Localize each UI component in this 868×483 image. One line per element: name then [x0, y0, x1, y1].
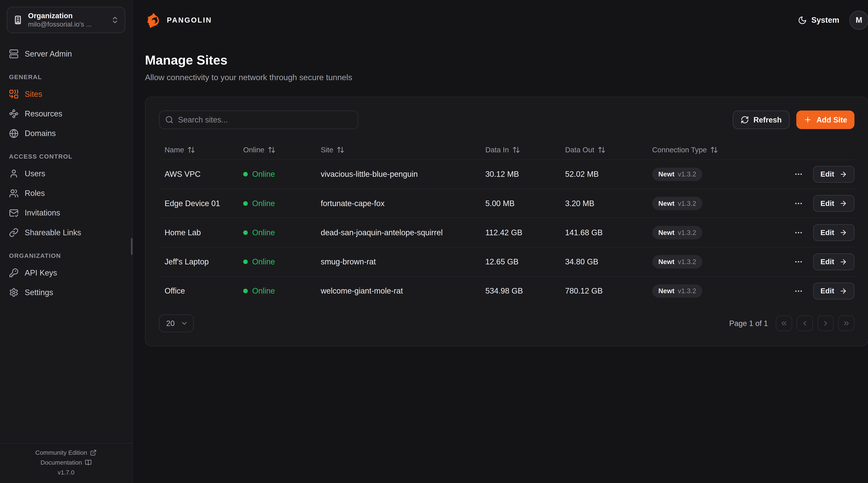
online-status-cell: Online [238, 228, 315, 237]
next-page-button[interactable] [817, 315, 834, 331]
sites-icon [9, 89, 19, 99]
connection-type-cell: Newt v1.3.2 [647, 197, 782, 210]
row-actions-menu-button[interactable] [792, 256, 805, 268]
edit-button[interactable]: Edit [813, 224, 854, 241]
gear-icon [9, 288, 19, 297]
org-switcher[interactable]: Organization milo@fossorial.io's ... [7, 7, 125, 33]
column-header-site[interactable]: Site [315, 146, 479, 154]
moon-icon [798, 16, 807, 25]
site-slug-cell: vivacious-little-blue-penguin [315, 170, 479, 179]
connection-type-badge: Newt v1.3.2 [652, 284, 702, 298]
status-dot-icon [243, 230, 248, 235]
sidebar-section-access-control: ACCESS CONTROL [9, 153, 123, 160]
sidebar-item-shareable-links[interactable]: Shareable Links [9, 226, 123, 239]
table-row: AWS VPC Online vivacious-little-blue-pen… [159, 159, 855, 189]
actions-cell: Edit [782, 254, 856, 270]
column-header-connection-type[interactable]: Connection Type [647, 146, 782, 154]
search-icon [165, 116, 174, 124]
page-content: Manage Sites Allow connectivity to your … [133, 40, 868, 346]
site-slug-cell: dead-san-joaquin-antelope-squirrel [315, 228, 479, 237]
chevrons-right-icon [842, 319, 850, 327]
sidebar-item-api-keys[interactable]: API Keys [9, 267, 123, 279]
page-size-select[interactable]: 20 [159, 314, 194, 332]
online-status-cell: Online [238, 199, 315, 208]
sort-arrows-icon [268, 146, 276, 154]
documentation-link[interactable]: Documentation [40, 459, 92, 466]
sidebar-item-server-admin[interactable]: Server Admin [9, 48, 123, 60]
sidebar-footer: Community Edition Documentation v1.7.0 [0, 443, 132, 483]
topbar: PANGOLIN System M [133, 0, 868, 40]
table-row: Home Lab Online dead-san-joaquin-antelop… [159, 218, 855, 247]
ellipsis-icon [794, 199, 803, 208]
sort-arrows-icon [598, 146, 606, 154]
first-page-button[interactable] [776, 315, 792, 331]
book-open-icon [85, 459, 92, 466]
users-icon [9, 189, 19, 198]
status-dot-icon [243, 172, 248, 176]
theme-toggle[interactable]: System [798, 15, 839, 25]
data-in-cell: 30.12 MB [479, 170, 559, 179]
sidebar-item-settings[interactable]: Settings [9, 286, 123, 298]
key-icon [9, 268, 19, 278]
online-status-cell: Online [238, 170, 315, 179]
sidebar-item-label: Invitations [25, 208, 60, 217]
data-out-cell: 780.12 GB [559, 286, 647, 295]
sidebar-item-domains[interactable]: Domains [9, 127, 123, 139]
ellipsis-icon [794, 287, 803, 296]
sidebar-item-label: Domains [25, 129, 56, 138]
row-actions-menu-button[interactable] [792, 197, 805, 210]
arrow-right-icon [839, 258, 847, 266]
online-status-cell: Online [238, 286, 315, 295]
app-version: v1.7.0 [58, 469, 74, 476]
row-actions-menu-button[interactable] [792, 226, 805, 239]
column-header-online[interactable]: Online [238, 146, 315, 154]
status-dot-icon [243, 201, 248, 206]
data-in-cell: 534.98 GB [479, 286, 559, 295]
site-name-cell: AWS VPC [159, 170, 238, 179]
data-in-cell: 112.42 GB [479, 228, 559, 237]
connection-type-cell: Newt v1.3.2 [647, 168, 782, 181]
sidebar-item-invitations[interactable]: Invitations [9, 207, 123, 219]
data-in-cell: 5.00 MB [479, 199, 559, 208]
add-site-button[interactable]: Add Site [796, 110, 855, 129]
sidebar-scrollbar-thumb[interactable] [131, 238, 133, 255]
site-slug-cell: fortunate-cape-fox [315, 199, 479, 208]
row-actions-menu-button[interactable] [792, 285, 805, 297]
last-page-button[interactable] [838, 315, 855, 331]
actions-cell: Edit [782, 166, 856, 183]
link-icon [9, 228, 19, 237]
sidebar-item-roles[interactable]: Roles [9, 187, 123, 199]
topbar-right: System M [798, 10, 868, 30]
table-row: Office Online welcome-giant-mole-rat 534… [159, 276, 855, 305]
sidebar-item-users[interactable]: Users [9, 167, 123, 180]
toolbar-buttons: Refresh Add Site [733, 110, 855, 129]
column-header-data-in[interactable]: Data In [479, 146, 559, 154]
sidebar-item-resources[interactable]: Resources [9, 107, 123, 120]
brand-name: PANGOLIN [167, 16, 212, 24]
edit-button[interactable]: Edit [813, 166, 854, 183]
arrow-right-icon [839, 229, 847, 236]
refresh-button[interactable]: Refresh [733, 110, 789, 129]
community-edition-link[interactable]: Community Edition [35, 449, 97, 456]
prev-page-button[interactable] [797, 315, 813, 331]
connection-type-cell: Newt v1.3.2 [647, 255, 782, 268]
search-input[interactable] [178, 116, 352, 124]
site-name-cell: Home Lab [159, 228, 238, 237]
row-actions-menu-button[interactable] [792, 168, 805, 181]
arrow-right-icon [839, 199, 847, 207]
sidebar-item-sites[interactable]: Sites [9, 88, 123, 100]
edit-button[interactable]: Edit [813, 254, 854, 270]
avatar[interactable]: M [849, 10, 868, 30]
table-row: Jeff's Laptop Online smug-brown-rat 12.6… [159, 247, 855, 276]
edit-button[interactable]: Edit [813, 195, 854, 212]
ellipsis-icon [794, 228, 803, 237]
org-switcher-value: milo@fossorial.io's ... [28, 21, 106, 28]
edit-button[interactable]: Edit [813, 283, 854, 299]
sidebar-item-label: Settings [25, 288, 53, 297]
sites-card: Refresh Add Site Name [145, 97, 868, 346]
sidebar-item-label: Users [25, 169, 45, 178]
column-header-name[interactable]: Name [159, 146, 238, 154]
user-icon [9, 169, 19, 179]
sort-arrows-icon [710, 146, 718, 154]
column-header-data-out[interactable]: Data Out [559, 146, 647, 154]
